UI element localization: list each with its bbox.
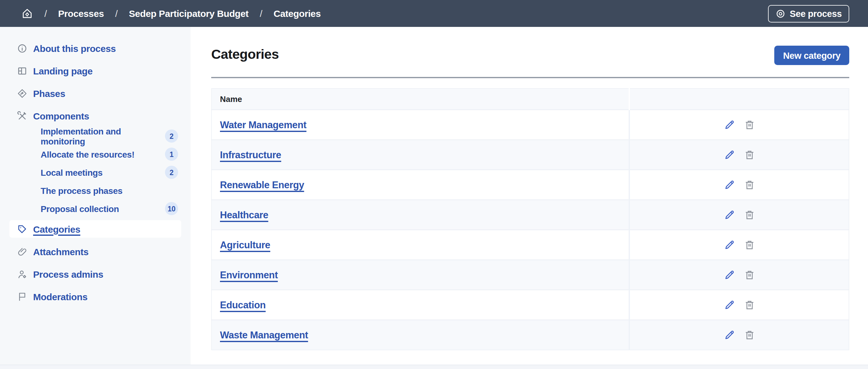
row-actions-cell xyxy=(629,140,849,170)
delete-button[interactable] xyxy=(743,269,755,281)
table-row: Education xyxy=(212,290,849,320)
breadcrumb-item[interactable]: Processes xyxy=(58,8,104,19)
row-actions xyxy=(630,179,849,191)
sidebar-subitem-label: The process phases xyxy=(41,186,122,195)
edit-button[interactable] xyxy=(723,239,735,251)
edit-button[interactable] xyxy=(723,329,735,341)
category-link[interactable]: Agriculture xyxy=(220,239,270,250)
edit-button[interactable] xyxy=(723,269,735,281)
sidebar-subitem-label: Implementation and monitoring xyxy=(41,126,165,146)
home-icon[interactable] xyxy=(21,7,33,19)
edit-button[interactable] xyxy=(723,149,735,161)
delete-button[interactable] xyxy=(743,149,755,161)
row-actions xyxy=(630,209,849,221)
sidebar-item-moderations[interactable]: Moderations xyxy=(0,285,191,308)
delete-button[interactable] xyxy=(743,119,755,131)
landing-page-icon xyxy=(17,65,28,76)
sidebar-item-components[interactable]: Components xyxy=(0,105,191,127)
category-link[interactable]: Infrastructure xyxy=(220,149,281,160)
sidebar-subitem-label: Local meetings xyxy=(41,167,102,177)
row-actions-cell xyxy=(629,200,849,230)
sidebar-item-label: Process admins xyxy=(33,268,103,279)
delete-button[interactable] xyxy=(743,329,755,341)
sidebar-item-phases[interactable]: Phases xyxy=(0,82,191,105)
sidebar-item-categories[interactable]: Categories xyxy=(9,220,181,238)
main-header: Categories New category xyxy=(211,46,849,65)
sidebar-item-landing-page[interactable]: Landing page xyxy=(0,59,191,82)
row-actions-cell xyxy=(629,290,849,320)
row-actions-cell xyxy=(629,230,849,260)
process-admins-icon xyxy=(17,268,28,279)
edit-button[interactable] xyxy=(723,209,735,221)
moderations-icon xyxy=(17,291,28,302)
row-actions-cell xyxy=(629,170,849,200)
trash-icon xyxy=(743,329,755,341)
category-name-cell: Environment xyxy=(212,260,629,290)
table-row: Environment xyxy=(212,260,849,290)
table-row: Water Management xyxy=(212,110,849,140)
main-content: Categories New category Name Water Manag… xyxy=(191,27,868,365)
categories-tag-icon xyxy=(17,224,28,234)
sidebar-subitem-proposal-collection[interactable]: Proposal collection10 xyxy=(0,200,191,218)
trash-icon xyxy=(743,149,755,161)
category-link[interactable]: Waste Management xyxy=(220,329,308,340)
components-icon xyxy=(17,110,28,121)
delete-button[interactable] xyxy=(743,179,755,191)
category-link[interactable]: Education xyxy=(220,299,266,310)
title-divider xyxy=(211,77,849,78)
row-actions xyxy=(630,119,849,131)
sidebar-item-label: About this process xyxy=(33,43,116,54)
row-actions xyxy=(630,299,849,311)
breadcrumb-separator: / xyxy=(260,8,262,19)
sidebar-subitem-local-meetings[interactable]: Local meetings2 xyxy=(0,163,191,181)
edit-button[interactable] xyxy=(723,299,735,311)
sidebar-subitem-label: Allocate the resources! xyxy=(41,149,134,159)
category-name-cell: Renewable Energy xyxy=(212,170,629,200)
sidebar-item-label: Moderations xyxy=(33,291,88,302)
row-actions-cell xyxy=(629,260,849,290)
row-actions xyxy=(630,149,849,161)
breadcrumb-item[interactable]: Sedep Participatory Budget xyxy=(129,8,248,19)
category-link[interactable]: Healthcare xyxy=(220,209,269,220)
row-actions xyxy=(630,239,849,251)
sidebar-item-label: Components xyxy=(33,110,89,121)
column-header-actions xyxy=(629,88,849,110)
category-link[interactable]: Environment xyxy=(220,269,278,280)
footer-strip xyxy=(0,365,868,369)
edit-button[interactable] xyxy=(723,179,735,191)
row-actions xyxy=(630,269,849,281)
pencil-icon xyxy=(723,239,735,251)
sidebar-subitem-allocate-the-resources[interactable]: Allocate the resources!1 xyxy=(0,145,191,163)
category-name-cell: Education xyxy=(212,290,629,320)
row-actions xyxy=(630,329,849,341)
category-link[interactable]: Water Management xyxy=(220,119,307,130)
sidebar-item-about-this-process[interactable]: About this process xyxy=(0,37,191,59)
sidebar-item-attachments[interactable]: Attachments xyxy=(0,240,191,263)
table-row: Healthcare xyxy=(212,200,849,230)
sidebar-subitem-label: Proposal collection xyxy=(41,204,119,214)
sidebar: About this processLanding pagePhasesComp… xyxy=(0,27,191,369)
sidebar-item-process-admins[interactable]: Process admins xyxy=(0,263,191,285)
category-name-cell: Agriculture xyxy=(212,230,629,260)
see-process-button[interactable]: See process xyxy=(768,5,849,22)
eye-icon xyxy=(776,8,785,19)
table-row: Waste Management xyxy=(212,320,849,350)
category-name-cell: Waste Management xyxy=(212,320,629,350)
trash-icon xyxy=(743,299,755,311)
delete-button[interactable] xyxy=(743,299,755,311)
new-category-button[interactable]: New category xyxy=(774,46,849,65)
sidebar-subitem-the-process-phases[interactable]: The process phases xyxy=(0,181,191,200)
breadcrumb-item[interactable]: Categories xyxy=(273,8,320,19)
phases-icon xyxy=(17,88,28,98)
categories-table: Name Water ManagementInfrastructureRenew… xyxy=(211,88,849,350)
delete-button[interactable] xyxy=(743,209,755,221)
delete-button[interactable] xyxy=(743,239,755,251)
breadcrumb-separator: / xyxy=(44,8,47,19)
edit-button[interactable] xyxy=(723,119,735,131)
table-row: Renewable Energy xyxy=(212,170,849,200)
sidebar-subitem-implementation-and-monitoring[interactable]: Implementation and monitoring2 xyxy=(0,127,191,145)
sidebar-item-label: Landing page xyxy=(33,65,92,76)
count-badge: 1 xyxy=(165,148,178,161)
category-link[interactable]: Renewable Energy xyxy=(220,179,304,190)
count-badge: 10 xyxy=(165,202,178,215)
